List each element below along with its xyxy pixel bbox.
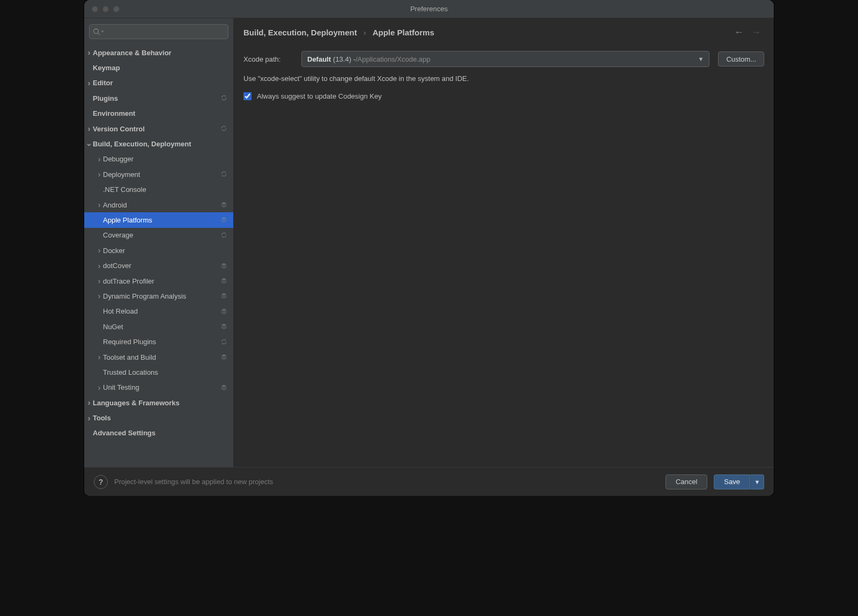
window-close-button[interactable] xyxy=(92,6,98,12)
sidebar-item-label: Keymap xyxy=(93,64,228,72)
expand-arrow-icon[interactable] xyxy=(85,414,93,422)
sidebar-item-label: Languages & Frameworks xyxy=(93,399,228,407)
sidebar-item-appearance-behavior[interactable]: Appearance & Behavior xyxy=(84,45,233,60)
sidebar-item-environment[interactable]: Environment xyxy=(84,106,233,121)
expand-arrow-icon[interactable] xyxy=(85,79,93,87)
window-minimize-button[interactable] xyxy=(102,6,109,12)
sidebar-item-label: .NET Console xyxy=(103,185,228,194)
sidebar-item-coverage[interactable]: Coverage xyxy=(84,228,233,243)
custom-button-label: Custom... xyxy=(726,55,756,63)
expand-arrow-icon[interactable] xyxy=(85,125,93,132)
nav-back-button[interactable]: ← xyxy=(734,27,744,38)
search-icon xyxy=(93,28,100,35)
sidebar-item-unit-testing[interactable]: Unit Testing xyxy=(84,380,233,395)
expand-arrow-icon[interactable] xyxy=(95,292,103,300)
project-scope-icon xyxy=(220,384,228,391)
sidebar-item-label: Version Control xyxy=(93,125,220,133)
xcode-hint-text: Use "xcode-select" utility to change def… xyxy=(243,75,764,83)
nav-forward-button[interactable]: → xyxy=(751,27,761,38)
project-scope-icon xyxy=(220,262,228,270)
xcode-version-label: (13.4) - xyxy=(333,55,356,63)
dialog-footer: ? Project-level settings will be applied… xyxy=(84,467,774,496)
sidebar-item-tools[interactable]: Tools xyxy=(84,410,233,425)
search-input[interactable] xyxy=(105,28,225,36)
sidebar-item-label: Toolset and Build xyxy=(103,353,220,361)
expand-arrow-icon[interactable] xyxy=(95,155,103,163)
sidebar-item-label: Dynamic Program Analysis xyxy=(103,292,220,300)
sidebar-item-net-console[interactable]: .NET Console xyxy=(84,182,233,197)
sidebar-item-apple-platforms[interactable]: Apple Platforms xyxy=(84,212,233,227)
sidebar-search[interactable] xyxy=(89,24,228,39)
sync-icon xyxy=(220,94,228,102)
sidebar-item-label: Deployment xyxy=(103,170,220,179)
xcode-path-select[interactable]: Default (13.4) - /Applications/Xcode.app… xyxy=(301,51,709,67)
sidebar-item-label: NuGet xyxy=(103,323,220,331)
sidebar-item-docker[interactable]: Docker xyxy=(84,243,233,258)
cancel-button[interactable]: Cancel xyxy=(665,474,707,489)
sidebar-item-languages-frameworks[interactable]: Languages & Frameworks xyxy=(84,395,233,410)
expand-arrow-icon[interactable] xyxy=(95,247,103,254)
footer-hint-text: Project-level settings will be applied t… xyxy=(114,478,659,486)
sidebar-item-advanced-settings[interactable]: Advanced Settings xyxy=(84,426,233,441)
expand-arrow-icon[interactable] xyxy=(95,353,103,361)
window-title: Preferences xyxy=(410,5,448,13)
sync-icon xyxy=(220,125,228,132)
sidebar-item-keymap[interactable]: Keymap xyxy=(84,60,233,75)
sidebar-item-label: Debugger xyxy=(103,155,228,163)
sync-icon xyxy=(220,170,228,178)
window-controls xyxy=(84,6,120,12)
settings-content: Build, Execution, Deployment › Apple Pla… xyxy=(234,18,774,467)
sidebar-item-label: Tools xyxy=(93,414,228,422)
project-scope-icon xyxy=(220,308,228,315)
save-split-caret[interactable]: ▼ xyxy=(750,474,764,489)
sidebar-item-plugins[interactable]: Plugins xyxy=(84,91,233,106)
expand-arrow-icon[interactable] xyxy=(85,49,93,56)
expand-arrow-icon[interactable] xyxy=(95,384,103,391)
xcode-path-label: Xcode path: xyxy=(243,55,293,63)
sidebar-item-android[interactable]: Android xyxy=(84,197,233,212)
sync-icon xyxy=(220,232,228,239)
expand-arrow-icon[interactable] xyxy=(95,170,103,178)
help-icon: ? xyxy=(99,478,103,486)
sidebar-item-label: Plugins xyxy=(93,94,220,102)
project-scope-icon xyxy=(220,216,228,224)
breadcrumb-separator-icon: › xyxy=(364,28,366,37)
sidebar-item-dynamic-program-analysis[interactable]: Dynamic Program Analysis xyxy=(84,288,233,303)
codesign-checkbox[interactable] xyxy=(243,92,252,100)
search-caret-icon xyxy=(100,29,105,34)
help-button[interactable]: ? xyxy=(94,475,108,489)
save-button[interactable]: Save xyxy=(714,474,750,489)
project-scope-icon xyxy=(220,323,228,330)
sidebar-item-build-execution-deployment[interactable]: Build, Execution, Deployment xyxy=(84,136,233,151)
sidebar-item-nuget[interactable]: NuGet xyxy=(84,319,233,334)
sidebar-item-deployment[interactable]: Deployment xyxy=(84,167,233,182)
sidebar-item-required-plugins[interactable]: Required Plugins xyxy=(84,334,233,349)
sidebar-item-hot-reload[interactable]: Hot Reload xyxy=(84,304,233,319)
codesign-checkbox-label[interactable]: Always suggest to update Codesign Key xyxy=(257,92,382,100)
sidebar-item-version-control[interactable]: Version Control xyxy=(84,121,233,136)
sidebar-item-label: dotTrace Profiler xyxy=(103,277,220,285)
expand-arrow-icon[interactable] xyxy=(95,201,103,209)
window-zoom-button[interactable] xyxy=(113,6,120,12)
expand-arrow-icon[interactable] xyxy=(95,277,103,285)
project-scope-icon xyxy=(220,201,228,209)
sidebar-item-label: Editor xyxy=(93,79,228,87)
sidebar-item-label: Appearance & Behavior xyxy=(93,49,228,57)
settings-tree[interactable]: Appearance & BehaviorKeymapEditorPlugins… xyxy=(84,45,233,467)
sidebar-item-trusted-locations[interactable]: Trusted Locations xyxy=(84,365,233,380)
sidebar-item-label: Docker xyxy=(103,247,228,255)
sidebar-item-dottrace-profiler[interactable]: dotTrace Profiler xyxy=(84,273,233,288)
expand-arrow-icon[interactable] xyxy=(85,399,93,406)
sidebar-item-label: Coverage xyxy=(103,231,220,239)
expand-arrow-icon[interactable] xyxy=(95,262,103,270)
sidebar-item-toolset-and-build[interactable]: Toolset and Build xyxy=(84,350,233,365)
sidebar-item-dotcover[interactable]: dotCover xyxy=(84,258,233,273)
chevron-down-icon: ▼ xyxy=(755,479,760,485)
sidebar-item-debugger[interactable]: Debugger xyxy=(84,152,233,167)
sidebar-item-editor[interactable]: Editor xyxy=(84,76,233,91)
dropdown-caret-icon: ▼ xyxy=(698,56,704,62)
preferences-sidebar: Appearance & BehaviorKeymapEditorPlugins… xyxy=(84,18,234,467)
sidebar-item-label: Advanced Settings xyxy=(93,429,228,437)
expand-arrow-icon[interactable] xyxy=(85,140,93,149)
custom-button[interactable]: Custom... xyxy=(718,51,764,66)
